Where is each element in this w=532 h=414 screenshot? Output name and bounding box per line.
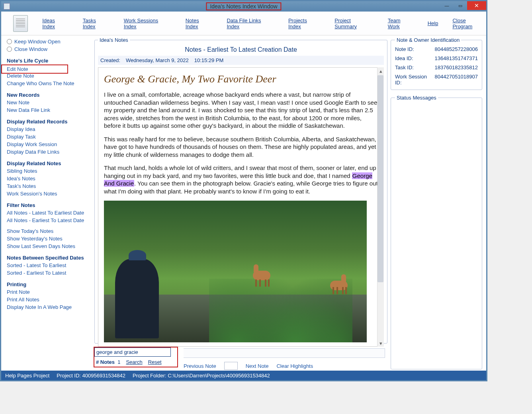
statusbar-project-id: 400956931534842 (82, 373, 125, 379)
menu-tasks-index[interactable]: Tasks Index (83, 18, 110, 29)
deer-figure (251, 264, 274, 287)
close-window-label[interactable]: Close Window (14, 46, 47, 52)
link-work-sessions-notes[interactable]: Work Session's Notes (7, 191, 88, 197)
search-input[interactable] (94, 348, 171, 357)
link-display-work-session[interactable]: Display Work Session (7, 141, 88, 147)
panel-title: Notes - Earliest To Latest Creation Date (98, 46, 384, 53)
heading-filter-notes: Filter Notes (7, 202, 88, 208)
link-print-note[interactable]: Print Note (7, 289, 88, 295)
keep-window-open-label[interactable]: Keep Window Open (14, 39, 61, 45)
task-id-label: Task ID: (395, 64, 414, 70)
link-show-today[interactable]: Show Today's Notes (7, 228, 88, 234)
statusbar-project-folder-label: Project Folder: (133, 373, 166, 379)
heading-notes-life-cycle: Note's Life Cycle (7, 58, 88, 64)
link-filter-latest-earliest[interactable]: All Notes - Latest To Earliest Date (7, 210, 88, 216)
sidebar: Keep Window Open Close Window Note's Lif… (1, 35, 91, 371)
link-display-data-file-links[interactable]: Display Data File Links (7, 149, 88, 155)
link-show-yesterday[interactable]: Show Yesterday's Notes (7, 236, 88, 242)
close-window-radio[interactable] (7, 47, 12, 52)
link-tasks-notes[interactable]: Task's Notes (7, 183, 88, 189)
link-display-idea[interactable]: Display Idea (7, 126, 88, 132)
link-sorted-earliest[interactable]: Sorted - Earliest To Latest (7, 270, 88, 276)
app-icon (4, 3, 10, 10)
scroll-thumb[interactable] (377, 75, 383, 282)
scroll-up-icon[interactable]: ▴ (379, 68, 383, 74)
link-ideas-notes[interactable]: Idea's Notes (7, 176, 88, 182)
task-id-value: 183760182335812 (435, 64, 478, 70)
link-print-all-notes[interactable]: Print All Notes (7, 297, 88, 303)
keep-window-open-radio[interactable] (7, 39, 12, 44)
right-column: Note & Owner Identification Note ID:8044… (391, 35, 486, 371)
titlebar: Idea's Notes Index Window — ▭ ✕ (1, 1, 486, 12)
heading-new-records: New Records (7, 92, 88, 98)
person-figure (115, 259, 159, 338)
minimize-button[interactable]: — (440, 1, 454, 10)
scroll-down-icon[interactable]: ▾ (379, 340, 383, 346)
link-display-in-web[interactable]: Display Note In A Web Page (7, 304, 88, 310)
menu-notes-index[interactable]: Notes Index (186, 18, 213, 29)
next-note-link[interactable]: Next Note (246, 363, 269, 369)
menu-help[interactable]: Help (428, 20, 438, 26)
menu-work-sessions-index[interactable]: Work Sessions Index (124, 18, 171, 29)
link-delete-note[interactable]: Delete Note (7, 73, 88, 79)
note-id-label: Note ID: (395, 46, 414, 52)
link-new-note[interactable]: New Note (7, 100, 88, 105)
menubar: Ideas Index Tasks Index Work Sessions In… (1, 12, 486, 35)
idea-id-value: 136481351747371 (435, 55, 478, 61)
menu-ideas-index[interactable]: Ideas Index (42, 18, 68, 29)
heading-display-related-notes: Display Related Notes (7, 160, 88, 166)
menu-close-program[interactable]: Close Program (452, 18, 486, 29)
created-time: 10:15:29 PM (194, 57, 224, 63)
ws-id-label: Work Session ID: (395, 74, 435, 86)
deer-figure (329, 274, 351, 294)
menu-data-file-links-index[interactable]: Data File Links Index (227, 18, 274, 29)
note-para-3: That much land, holds a whole lot of wil… (104, 164, 378, 195)
reset-link[interactable]: Reset (148, 359, 162, 365)
idea-id-label: Idea ID: (395, 55, 413, 61)
clear-highlights-link[interactable]: Clear Highlights (276, 363, 313, 369)
heading-notes-between: Notes Between Specified Dates (7, 255, 88, 261)
link-filter-earliest-latest[interactable]: All Notes - Earliest To Latest Date (7, 217, 88, 223)
menu-project-summary[interactable]: Project Summary (334, 18, 373, 29)
link-sorted-latest[interactable]: Sorted - Latest To Earliest (7, 262, 88, 268)
link-sibling-notes[interactable]: Sibling Notes (7, 168, 88, 174)
note-photo (104, 201, 367, 342)
search-link[interactable]: Search (126, 359, 142, 365)
note-heading: George & Gracie, My Two Favorite Deer (104, 73, 378, 85)
statusbar: Help Pages Project Project ID: 400956931… (1, 371, 486, 380)
link-new-data-file-link[interactable]: New Data File Link (7, 107, 88, 113)
created-label: Created: (100, 57, 120, 63)
scrollbar[interactable]: ▴ ▾ (377, 67, 384, 347)
menu-projects-index[interactable]: Projects Index (288, 18, 320, 29)
search-extended-bar (184, 348, 385, 358)
id-panel-legend: Note & Owner Identification (395, 37, 461, 43)
note-para-1: I live on a small, comfortable, acreage … (104, 91, 378, 130)
notes-count-label: # Notes (96, 359, 115, 365)
note-para-2: This was really hard for me to believe, … (104, 135, 378, 159)
statusbar-help-pages: Help Pages Project (5, 373, 49, 379)
created-date: Wednesday, March 9, 2022 (126, 57, 189, 63)
link-display-task[interactable]: Display Task (7, 134, 88, 140)
prev-note-link[interactable]: Previous Note (184, 363, 216, 369)
notes-count: 1 (117, 359, 120, 365)
menu-team-work[interactable]: Team Work (388, 18, 413, 29)
statusbar-project-id-label: Project ID: (57, 373, 81, 379)
status-legend: Status Messages (395, 95, 438, 101)
close-button[interactable]: ✕ (467, 1, 486, 10)
maximize-button[interactable]: ▭ (454, 1, 467, 10)
note-content[interactable]: George & Gracie, My Two Favorite Deer I … (98, 67, 384, 347)
link-show-last-seven[interactable]: Show Last Seven Days Notes (7, 243, 88, 249)
note-area: Idea's Notes Notes - Earliest To Latest … (91, 35, 391, 371)
statusbar-project-folder: C:\Users\Darren\Projects\400956931534842 (168, 373, 270, 379)
panel-legend: Idea's Notes (98, 37, 130, 43)
heading-printing: Printing (7, 281, 88, 287)
heading-display-related-records: Display Related Records (7, 119, 88, 125)
note-id-value: 804485257228006 (435, 46, 478, 52)
page-number-input[interactable] (224, 362, 238, 370)
link-edit-note[interactable]: Edit Note (7, 66, 66, 72)
link-change-owner[interactable]: Change Who Owns The Note (7, 80, 88, 86)
ws-id-value: 804427051018907 (435, 74, 478, 86)
window-title: Idea's Notes Index Window (207, 3, 280, 10)
document-icon (13, 15, 28, 32)
